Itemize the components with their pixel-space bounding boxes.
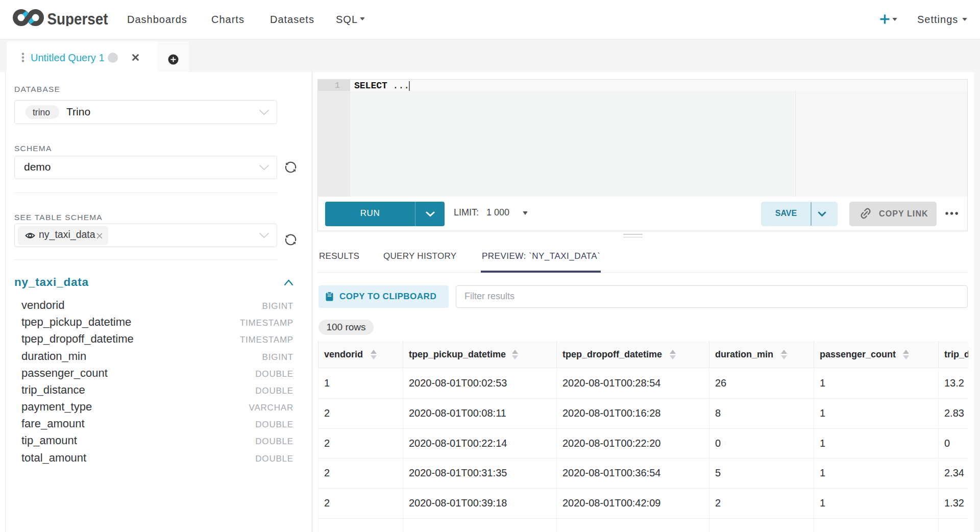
svg-text:Superset: Superset bbox=[47, 10, 108, 27]
